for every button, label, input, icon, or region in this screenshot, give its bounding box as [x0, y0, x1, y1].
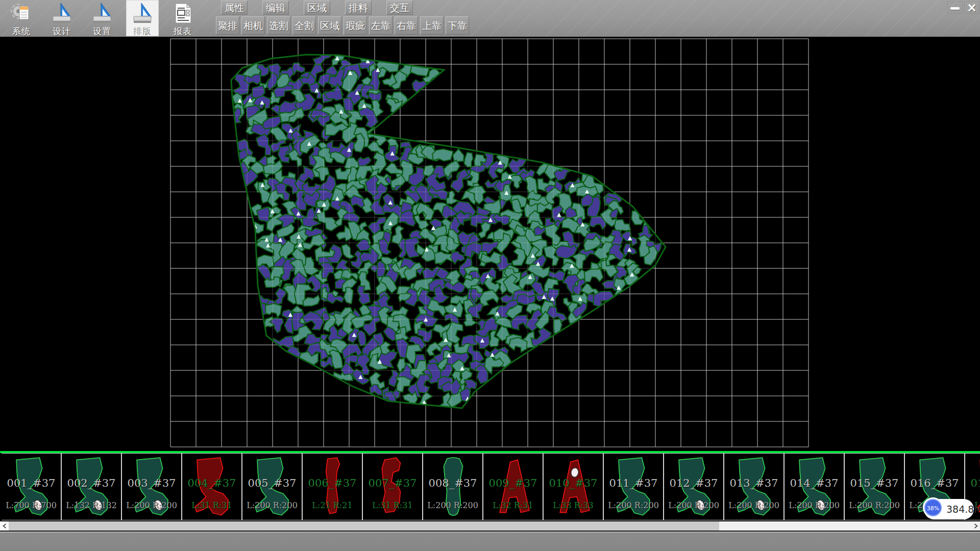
piece-cell-014_#37[interactable]: 014_#37L:200 R:200: [785, 454, 845, 520]
chevron-right-icon: [974, 523, 978, 528]
bottom-bar: [0, 532, 980, 551]
tool-snap-right[interactable]: 右靠: [395, 16, 418, 35]
close-button[interactable]: ×: [964, 1, 979, 14]
piece-thumbnail: [423, 454, 483, 520]
menu-edit[interactable]: 编辑: [262, 1, 289, 15]
main-button-layout[interactable]: 排版: [126, 0, 159, 36]
scroll-left-button[interactable]: [0, 521, 9, 531]
main-button-label: 排版: [126, 26, 159, 37]
report-icon: [172, 2, 194, 24]
main-button-label: 系统: [5, 26, 38, 37]
piece-cell-002_#37[interactable]: 002_#37L:132 R:132: [62, 454, 122, 520]
tool-camera[interactable]: 相机: [241, 16, 265, 35]
piece-thumbnail: [182, 454, 242, 520]
piece-thumbnail: [785, 454, 845, 520]
main-button-system[interactable]: 系统: [5, 0, 38, 36]
piece-cell-015_#37[interactable]: 015_#37L:200 R:200: [845, 454, 905, 520]
menu-region[interactable]: 区域: [304, 1, 330, 15]
main-button-label: 设计: [45, 26, 78, 37]
main-button-report[interactable]: 报表: [166, 0, 199, 36]
piece-cell-007_#37[interactable]: 007_#37L:31 R:31: [363, 454, 423, 520]
piece-cell-008_#37[interactable]: 008_#37L:200 R:200: [423, 454, 483, 520]
set-square-icon: [131, 2, 154, 24]
tool-snap-bottom[interactable]: 下靠: [446, 16, 469, 35]
piece-cell-013_#37[interactable]: 013_#37L:200 R:200: [724, 454, 785, 520]
piece-strip: 001_#37L:700 R:700002_#37L:132 R:132003_…: [0, 451, 980, 520]
piece-thumbnail: [483, 454, 544, 520]
piece-cell-003_#37[interactable]: 003_#37L:200 R:200: [122, 454, 182, 520]
piece-cell-009_#37[interactable]: 009_#37L:32 R:31: [483, 454, 544, 520]
set-square-icon: [91, 2, 113, 24]
piece-cell-011_#37[interactable]: 011_#37L:200 R:200: [604, 454, 664, 520]
memory-badge[interactable]: 38% 384.8M: [924, 499, 974, 519]
minimize-icon: [950, 7, 960, 10]
main-button-settings[interactable]: 设置: [86, 0, 118, 36]
close-icon: ×: [967, 1, 977, 15]
tool-defect[interactable]: 瑕疵: [344, 16, 367, 35]
piece-thumbnail: [122, 454, 182, 520]
scroll-right-button[interactable]: [971, 521, 980, 531]
piece-cell-001_#37[interactable]: 001_#37L:700 R:700: [2, 454, 62, 520]
set-square-icon: [51, 2, 73, 24]
menu-row: 属性编辑区域排料交互: [221, 1, 413, 15]
tool-cut-all[interactable]: 全割: [292, 16, 316, 35]
piece-thumbnail: [62, 454, 122, 520]
piece-cell-005_#37[interactable]: 005_#37L:200 R:200: [242, 454, 303, 520]
piece-cell-010_#37[interactable]: 010_#37L:33 R:33: [544, 454, 604, 520]
progress-percent: 38%: [924, 505, 942, 512]
tool-row: 聚排相机选割全割区域瑕疵左靠右靠上靠下靠: [216, 16, 469, 35]
top-toolbar: 系统设计设置排版报表 属性编辑区域排料交互 聚排相机选割全割区域瑕疵左靠右靠上靠…: [0, 0, 980, 37]
app-window: 系统设计设置排版报表 属性编辑区域排料交互 聚排相机选割全割区域瑕疵左靠右靠上靠…: [0, 0, 980, 551]
piece-cell-006_#37[interactable]: 006_#37L:21 R:21: [303, 454, 363, 520]
memory-value: 384.8M: [946, 504, 980, 515]
progress-circle: 38%: [923, 497, 943, 518]
piece-thumbnail: [303, 454, 363, 520]
piece-thumbnail: [664, 454, 724, 520]
main-button-design[interactable]: 设计: [45, 0, 78, 36]
piece-thumbnail: [845, 454, 905, 520]
piece-cell-004_#37[interactable]: 004_#37L:31 R:31: [182, 454, 242, 520]
tool-cluster-nest[interactable]: 聚排: [216, 16, 239, 35]
main-button-label: 设置: [86, 26, 118, 37]
menu-nesting[interactable]: 排料: [345, 1, 372, 15]
tool-snap-left[interactable]: 左靠: [369, 16, 393, 35]
tool-region[interactable]: 区域: [318, 16, 341, 35]
piece-thumbnail: [363, 454, 423, 520]
menu-interact[interactable]: 交互: [386, 1, 413, 15]
piece-thumbnail: [242, 454, 303, 520]
piece-thumbnail: [604, 454, 664, 520]
tool-select-cut[interactable]: 选割: [267, 16, 290, 35]
main-button-label: 报表: [166, 26, 199, 37]
piece-cell-012_#37[interactable]: 012_#37L:200 R:200: [664, 454, 724, 520]
nesting-canvas[interactable]: [0, 37, 980, 451]
scrollbar-thumb[interactable]: [9, 521, 719, 531]
piece-thumbnail: [724, 454, 785, 520]
chevron-left-icon: [3, 523, 7, 528]
piece-cell-list: 001_#37L:700 R:700002_#37L:132 R:132003_…: [2, 453, 980, 520]
nest-drawing: [0, 37, 980, 451]
gear-doc-icon: [10, 2, 33, 24]
menu-properties[interactable]: 属性: [221, 1, 248, 15]
piece-thumbnail: [2, 454, 62, 520]
minimize-button[interactable]: [947, 1, 963, 14]
piece-thumbnail: [544, 454, 604, 520]
tool-snap-top[interactable]: 上靠: [420, 16, 444, 35]
horizontal-scrollbar[interactable]: [0, 521, 980, 531]
